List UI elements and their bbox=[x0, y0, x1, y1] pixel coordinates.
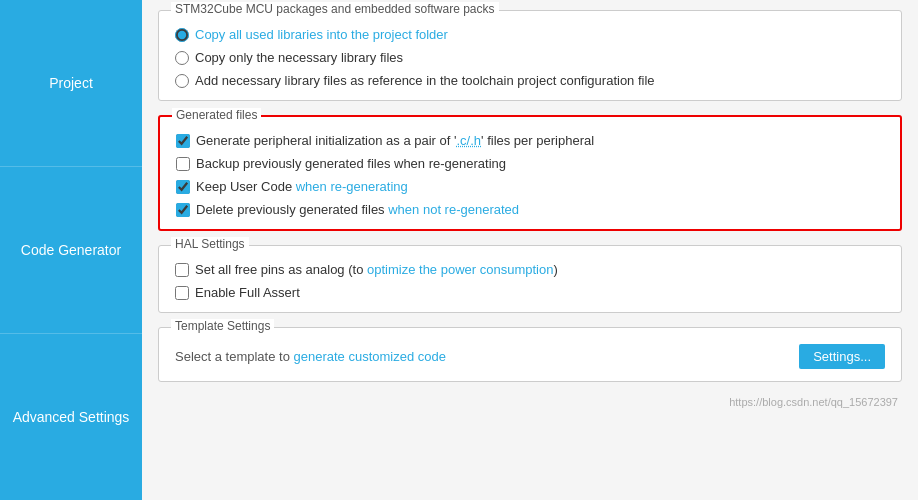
sidebar-item-code-generator[interactable]: Code Generator bbox=[0, 167, 142, 334]
template-prompt: Select a template to generate customized… bbox=[175, 349, 446, 364]
sidebar-item-advanced-settings-label: Advanced Settings bbox=[13, 409, 130, 425]
main-content: STM32Cube MCU packages and embedded soft… bbox=[142, 0, 918, 500]
checkbox-option-backup[interactable]: Backup previously generated files when r… bbox=[176, 156, 884, 171]
radio-option-2[interactable]: Copy only the necessary library files bbox=[175, 50, 885, 65]
settings-button[interactable]: Settings... bbox=[799, 344, 885, 369]
checkbox-option-peripheral[interactable]: Generate peripheral initialization as a … bbox=[176, 133, 884, 148]
checkbox-option-delete-prev[interactable]: Delete previously generated files when n… bbox=[176, 202, 884, 217]
template-settings-label: Template Settings bbox=[171, 319, 274, 333]
radio-copy-all-label: Copy all used libraries into the project… bbox=[195, 27, 448, 42]
sidebar-item-code-generator-label: Code Generator bbox=[21, 242, 121, 258]
mcu-packages-section: STM32Cube MCU packages and embedded soft… bbox=[158, 10, 902, 101]
template-settings-section: Template Settings Select a template to g… bbox=[158, 327, 902, 382]
radio-add-reference[interactable] bbox=[175, 74, 189, 88]
checkbox-free-pins-label: Set all free pins as analog (to optimize… bbox=[195, 262, 558, 277]
checkbox-full-assert-label: Enable Full Assert bbox=[195, 285, 300, 300]
generated-files-label: Generated files bbox=[172, 108, 261, 122]
checkbox-keep-user-code-label: Keep User Code when re-generating bbox=[196, 179, 408, 194]
hal-settings-label: HAL Settings bbox=[171, 237, 249, 251]
template-row: Select a template to generate customized… bbox=[175, 344, 885, 369]
radio-copy-necessary[interactable] bbox=[175, 51, 189, 65]
checkbox-option-full-assert[interactable]: Enable Full Assert bbox=[175, 285, 885, 300]
checkbox-free-pins[interactable] bbox=[175, 263, 189, 277]
checkbox-backup[interactable] bbox=[176, 157, 190, 171]
checkbox-delete-prev[interactable] bbox=[176, 203, 190, 217]
checkbox-full-assert[interactable] bbox=[175, 286, 189, 300]
checkbox-option-free-pins[interactable]: Set all free pins as analog (to optimize… bbox=[175, 262, 885, 277]
generated-files-section: Generated files Generate peripheral init… bbox=[158, 115, 902, 231]
checkbox-peripheral[interactable] bbox=[176, 134, 190, 148]
watermark: https://blog.csdn.net/qq_15672397 bbox=[158, 396, 902, 408]
checkbox-delete-prev-label: Delete previously generated files when n… bbox=[196, 202, 519, 217]
radio-copy-necessary-label: Copy only the necessary library files bbox=[195, 50, 403, 65]
radio-copy-all[interactable] bbox=[175, 28, 189, 42]
checkbox-option-keep-user-code[interactable]: Keep User Code when re-generating bbox=[176, 179, 884, 194]
radio-add-reference-label: Add necessary library files as reference… bbox=[195, 73, 655, 88]
checkbox-backup-label: Backup previously generated files when r… bbox=[196, 156, 506, 171]
mcu-packages-label: STM32Cube MCU packages and embedded soft… bbox=[171, 2, 499, 16]
checkbox-keep-user-code[interactable] bbox=[176, 180, 190, 194]
hal-settings-section: HAL Settings Set all free pins as analog… bbox=[158, 245, 902, 313]
sidebar-item-project[interactable]: Project bbox=[0, 0, 142, 167]
sidebar-item-project-label: Project bbox=[49, 75, 93, 91]
checkbox-peripheral-label: Generate peripheral initialization as a … bbox=[196, 133, 594, 148]
sidebar: Project Code Generator Advanced Settings bbox=[0, 0, 142, 500]
radio-option-1[interactable]: Copy all used libraries into the project… bbox=[175, 27, 885, 42]
radio-option-3[interactable]: Add necessary library files as reference… bbox=[175, 73, 885, 88]
sidebar-item-advanced-settings[interactable]: Advanced Settings bbox=[0, 334, 142, 500]
